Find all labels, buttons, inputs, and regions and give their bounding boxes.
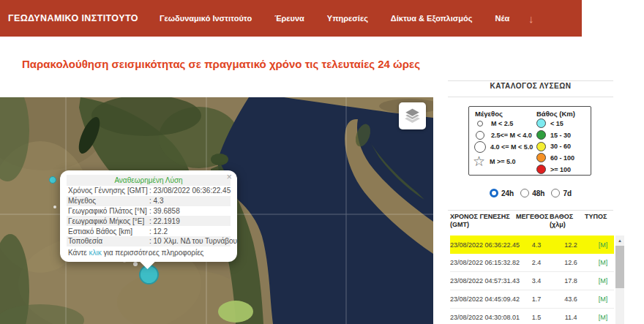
magnitude-circle-icon — [474, 141, 486, 153]
cell-magnitude: 4.3 — [520, 241, 553, 249]
time-filter-7d[interactable]: 7d — [551, 189, 572, 197]
cell-type: [M] — [588, 259, 614, 266]
popup-row-value: : 12.2 — [149, 227, 168, 236]
legend-depth-label: < 15 — [550, 120, 564, 127]
table-row[interactable]: 23/08/2022 04:45:09.421.743.6[M] — [450, 290, 614, 309]
popup-row-label: Γεωγραφικό Πλάτος [°N] — [67, 207, 149, 215]
depth-circle-icon — [536, 130, 546, 140]
time-filter-48h[interactable]: 48h — [520, 189, 544, 197]
nav-item[interactable]: Έρευνα — [274, 14, 304, 23]
legend-magnitude-item: 2.5<= M < 4.0 — [475, 129, 533, 141]
popup-row: Χρόνος Γέννησης [GMT]: 23/08/2022 06:36:… — [67, 186, 231, 196]
cell-depth: 12.6 — [553, 259, 588, 266]
nav-item[interactable]: Δίκτυα & Εξοπλισμός — [391, 14, 473, 23]
table-row[interactable]: 23/08/2022 06:36:22.454.312.2[M] — [450, 236, 614, 254]
panel-divider-mid — [448, 97, 613, 97]
popup-row-label: Τοποθεσία — [67, 237, 149, 245]
legend-depth-label: >= 100 — [550, 166, 571, 173]
depth-circle-icon — [536, 118, 546, 128]
legend-magnitude-items: M < 2.52.5<= M < 4.04.0 <= M < 5.0☆M >= … — [475, 118, 533, 170]
radio-icon[interactable] — [490, 189, 498, 197]
panel-divider-top — [448, 80, 613, 81]
header-type: ΤΥΠΟΣ — [585, 213, 614, 229]
legend-depth-item: 15 - 30 — [536, 129, 575, 141]
depth-circle-icon — [536, 153, 546, 162]
legend-depth-items: < 1515 - 3030 - 6060 - 100>= 100 — [536, 118, 575, 175]
popup-row: Τοποθεσία: 10 Χλμ. ΝΔ του Τυρνάβου — [67, 236, 231, 246]
legend-magnitude-column: Μέγεθος M < 2.52.5<= M < 4.04.0 <= M < 5… — [475, 110, 533, 170]
table-scrollbar[interactable]: ▲ — [615, 236, 624, 324]
table-row[interactable]: 23/08/2022 06:15:32.822.412.6[M] — [450, 254, 614, 272]
scroll-up-icon[interactable]: ▲ — [615, 236, 624, 245]
popup-footer-post: για περισσότερες πληροφορίες — [102, 249, 204, 257]
legend-depth-label: 15 - 30 — [550, 132, 571, 139]
table-header: ΧΡΟΝΟΣ ΓΕΝΕΣΗΣ (GMT) ΜΕΓΕΘΟΣ ΒΑΘΟΣ (χλμ)… — [450, 213, 614, 229]
legend-magnitude-label: 2.5<= M < 4.0 — [491, 132, 532, 139]
magnitude-circle-icon — [476, 131, 484, 140]
brand-title[interactable]: ΓΕΩΔΥΝΑΜΙΚΟ ΙΝΣΤΙΤΟΥΤΟ — [8, 13, 138, 23]
radio-icon[interactable] — [551, 189, 560, 197]
nav-item[interactable]: Υπηρεσίες — [327, 14, 368, 23]
table-rows: 23/08/2022 06:36:22.454.312.2[M]23/08/20… — [450, 236, 614, 324]
legend-depth-item: 30 - 60 — [536, 140, 575, 152]
page-title: Παρακολούθηση σεισμικότητας σε πραγματικ… — [22, 58, 420, 70]
popup-row-label: Γεωγραφικό Μήκος [°E] — [67, 217, 149, 225]
cell-time: 23/08/2022 04:57:31.43 — [450, 277, 520, 285]
popup-footer-pre: Κάντε — [68, 249, 89, 257]
cell-type: [M] — [588, 241, 614, 249]
legend-depth-label: 30 - 60 — [550, 143, 571, 150]
popup-more-info-link[interactable]: κλικ — [89, 249, 102, 257]
legend-depth-title: Βάθος (Km) — [536, 110, 575, 118]
solutions-catalog-title: ΚΑΤΑΛΟΓΟΣ ΛΥΣΕΩΝ — [448, 82, 613, 90]
cell-type: [M] — [588, 295, 614, 303]
cell-depth: 43.6 — [553, 295, 588, 303]
legend-box: Μέγεθος M < 2.52.5<= M < 4.04.0 <= M < 5… — [468, 106, 591, 176]
cell-depth: 11.4 — [553, 314, 588, 321]
popup-row-label: Εστιακό Βάθος [km] — [67, 227, 149, 236]
popup-row-label: Μέγεθος — [67, 197, 149, 205]
legend-magnitude-label: 4.0 <= M < 5.0 — [490, 143, 533, 151]
legend-depth-label: 60 - 100 — [550, 154, 574, 162]
popup-row-value: : 10 Χλμ. ΝΔ του Τυρνάβου — [149, 237, 237, 245]
layers-icon — [403, 107, 422, 125]
cell-time: 23/08/2022 04:30:08.01 — [450, 314, 520, 321]
nav-items: Γεωδυναμικό ΙνστιτούτοΈρευναΥπηρεσίεςΔίκ… — [160, 0, 509, 37]
popup-row-label: Χρόνος Γέννησης [GMT] — [67, 187, 149, 195]
popup-rows: Χρόνος Γέννησης [GMT]: 23/08/2022 06:36:… — [67, 186, 231, 246]
cell-magnitude: 3.4 — [520, 277, 553, 285]
cell-time: 23/08/2022 06:36:22.45 — [450, 241, 520, 249]
header-magnitude: ΜΕΓΕΘΟΣ — [516, 213, 550, 229]
down-arrow-icon[interactable]: ↓ — [528, 0, 534, 37]
time-filter-24h[interactable]: 24h — [490, 189, 514, 197]
time-filter-group: 24h48h7d — [448, 189, 613, 197]
legend-magnitude-label: M < 2.5 — [491, 120, 513, 127]
nav-item[interactable]: Νέα — [495, 14, 509, 23]
earthquake-popup: × Αναθεωρημένη Λύση Χρόνος Γέννησης [GMT… — [60, 170, 237, 262]
table-row[interactable]: 23/08/2022 04:30:08.011.511.4[M] — [450, 309, 614, 324]
scrollbar-thumb[interactable] — [615, 246, 624, 288]
time-filter-label: 48h — [532, 189, 544, 197]
time-filter-label: 24h — [501, 189, 514, 197]
cell-depth: 12.2 — [553, 241, 588, 249]
small-earthquake-marker[interactable] — [50, 177, 56, 184]
popup-row: Γεωγραφικό Μήκος [°E]: 22.1919 — [67, 216, 231, 226]
satellite-map[interactable]: × Αναθεωρημένη Λύση Χρόνος Γέννησης [GMT… — [0, 97, 433, 324]
close-icon[interactable]: × — [226, 172, 232, 182]
depth-circle-icon — [536, 142, 546, 151]
cell-time: 23/08/2022 06:15:32.82 — [450, 259, 520, 266]
cell-magnitude: 2.4 — [520, 259, 553, 266]
popup-row: Εστιακό Βάθος [km]: 12.2 — [67, 226, 231, 236]
cell-time: 23/08/2022 04:45:09.42 — [450, 295, 520, 303]
legend-depth-item: 60 - 100 — [536, 152, 575, 164]
popup-row-value: : 22.1919 — [149, 217, 180, 225]
header-time: ΧΡΟΝΟΣ ΓΕΝΕΣΗΣ (GMT) — [450, 213, 516, 229]
radio-icon[interactable] — [520, 189, 529, 197]
table-row[interactable]: 23/08/2022 04:57:31.433.417.8[M] — [450, 272, 614, 290]
depth-circle-icon — [536, 165, 546, 174]
panel-divider-bottom — [448, 210, 613, 211]
legend-depth-column: Βάθος (Km) < 1515 - 3030 - 6060 - 100>= … — [536, 110, 575, 175]
layers-control-button[interactable] — [399, 102, 426, 129]
time-filter-label: 7d — [563, 189, 572, 197]
popup-row-value: : 4.3 — [149, 197, 163, 205]
nav-item[interactable]: Γεωδυναμικό Ινστιτούτο — [160, 14, 252, 23]
